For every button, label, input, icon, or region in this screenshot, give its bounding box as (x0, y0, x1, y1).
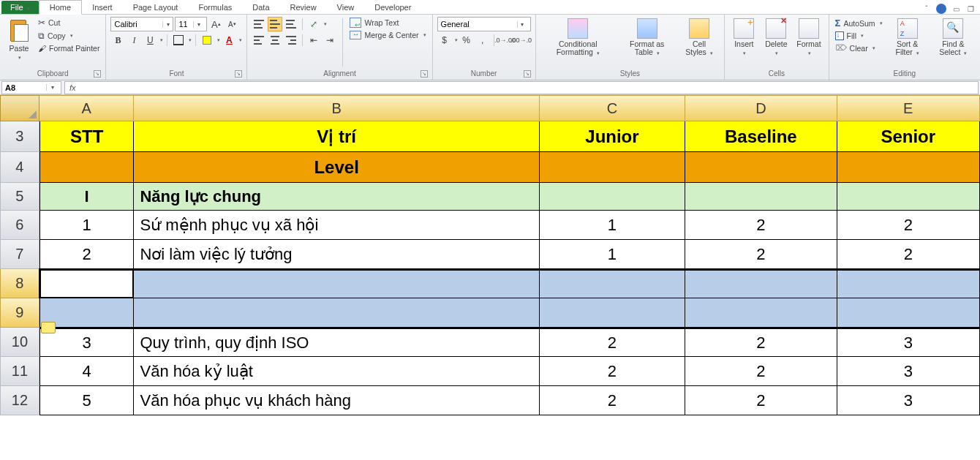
minimize-ribbon-icon[interactable]: ˆ (921, 4, 932, 14)
row-header[interactable]: 10 (0, 328, 39, 357)
tab-insert[interactable]: Insert (82, 1, 123, 14)
conditional-formatting-button[interactable]: Conditional Formatting ▾ (540, 17, 616, 59)
format-cells-button[interactable]: Format▾ (794, 17, 823, 59)
font-color-button[interactable]: A (222, 33, 236, 48)
wrap-text-button[interactable]: Wrap Text (348, 17, 427, 29)
cell-B8[interactable] (134, 269, 539, 298)
cell-E7[interactable]: 2 (837, 240, 980, 269)
row-header[interactable]: 5 (0, 183, 39, 211)
autosum-button[interactable]: AutoSum ▾ (834, 17, 884, 29)
comma-format-button[interactable]: , (475, 33, 490, 48)
column-header-B[interactable]: B (134, 95, 539, 121)
cell-D5[interactable] (685, 183, 837, 211)
align-right-button[interactable] (284, 33, 298, 48)
chevron-down-icon[interactable]: ▾ (46, 84, 58, 91)
sort-filter-button[interactable]: Sort & Filter ▾ (887, 17, 928, 59)
cell-E12[interactable]: 3 (837, 386, 980, 415)
tab-formulas[interactable]: Formulas (188, 1, 242, 14)
italic-button[interactable]: I (127, 33, 141, 48)
row-header[interactable]: 3 (0, 121, 39, 152)
minimize-icon[interactable]: ▭ (951, 4, 961, 14)
delete-cells-button[interactable]: Delete▾ (761, 17, 791, 59)
grow-font-button[interactable]: A▴ (208, 17, 223, 31)
formula-input[interactable] (80, 83, 978, 92)
chevron-down-icon[interactable]: ▾ (189, 37, 192, 43)
font-name-combo[interactable]: ▾ (110, 17, 173, 31)
cell-C6[interactable]: 1 (540, 211, 685, 240)
tab-file[interactable]: File ▾ (1, 1, 39, 14)
cell-C9[interactable] (540, 298, 685, 328)
align-top-button[interactable] (252, 17, 266, 31)
find-select-button[interactable]: Find & Select ▾ (931, 17, 976, 59)
cell-A5[interactable]: I (39, 183, 135, 211)
cell-B12[interactable]: Văn hóa phục vụ khách hàng (134, 386, 539, 415)
chevron-down-icon[interactable]: ▾ (162, 21, 173, 28)
cell-styles-button[interactable]: Cell Styles ▾ (679, 17, 720, 59)
cell-E4[interactable] (837, 152, 980, 183)
cell-A11[interactable]: 4 (39, 357, 135, 386)
font-launcher[interactable]: ↘ (235, 70, 242, 78)
cell-C7[interactable]: 1 (540, 240, 685, 269)
cell-D6[interactable]: 2 (685, 211, 837, 240)
cell-D3[interactable]: Baseline (685, 121, 837, 152)
align-bottom-button[interactable] (284, 17, 298, 31)
cell-B10[interactable]: Quy trình, quy định ISO (134, 328, 539, 357)
cell-C11[interactable]: 2 (540, 357, 685, 386)
select-all-corner[interactable] (0, 95, 39, 121)
shrink-font-button[interactable]: A▾ (225, 17, 239, 31)
column-header-E[interactable]: E (837, 95, 980, 121)
clear-button[interactable]: Clear ▾ (834, 42, 884, 53)
align-middle-button[interactable] (268, 17, 282, 31)
cell-A7[interactable]: 2 (39, 240, 135, 269)
tab-view[interactable]: View (327, 1, 365, 14)
cell-C5[interactable] (540, 183, 685, 211)
row-header[interactable]: 6 (0, 211, 39, 240)
clipboard-launcher[interactable]: ↘ (94, 70, 101, 78)
chevron-down-icon[interactable]: ▾ (517, 21, 527, 28)
paste-options-icon[interactable] (41, 322, 56, 333)
cell-B3[interactable]: Vị trí (134, 121, 539, 152)
number-format-combo[interactable]: ▾ (437, 17, 531, 31)
paste-button[interactable]: Paste▾ (4, 17, 34, 63)
tab-review[interactable]: Review (280, 1, 327, 14)
cell-B7[interactable]: Nơi làm việc lý tưởng (134, 240, 539, 269)
align-left-button[interactable] (252, 33, 266, 48)
font-size-combo[interactable]: ▾ (175, 17, 207, 31)
row-header[interactable]: 8 (0, 269, 39, 298)
cell-E11[interactable]: 3 (837, 357, 980, 386)
help-icon[interactable]: ? (936, 4, 946, 14)
underline-button[interactable]: U (143, 33, 157, 48)
column-header-C[interactable]: C (540, 95, 685, 121)
cell-B9[interactable] (134, 298, 539, 328)
row-header[interactable]: 12 (0, 386, 39, 415)
cell-E3[interactable]: Senior (837, 121, 980, 152)
font-size-input[interactable] (176, 20, 193, 29)
percent-format-button[interactable]: % (459, 33, 474, 48)
borders-button[interactable] (171, 33, 186, 48)
copy-button[interactable]: Copy ▾ (37, 30, 101, 42)
cell-D4[interactable] (685, 152, 837, 183)
cell-B5[interactable]: Năng lực chung (134, 183, 539, 211)
tab-developer[interactable]: Developer (364, 1, 421, 14)
tab-page-layout[interactable]: Page Layout (123, 1, 189, 14)
bold-button[interactable]: B (110, 33, 125, 48)
cell-E9[interactable] (837, 298, 980, 328)
tab-home[interactable]: Home (39, 0, 82, 15)
chevron-down-icon[interactable]: ▾ (455, 37, 458, 43)
row-header[interactable]: 4 (0, 152, 39, 183)
decrease-indent-button[interactable]: ⇤ (306, 33, 321, 48)
increase-indent-button[interactable]: ⇥ (323, 33, 337, 48)
cut-button[interactable]: Cut (37, 17, 101, 29)
number-launcher[interactable]: ↘ (524, 70, 531, 78)
chevron-down-icon[interactable]: ▾ (239, 37, 242, 43)
fx-icon[interactable]: fx (65, 83, 80, 92)
cell-E10[interactable]: 3 (837, 328, 980, 357)
cell-A12[interactable]: 5 (39, 386, 135, 415)
chevron-down-icon[interactable]: ▾ (324, 21, 327, 27)
number-format-input[interactable] (438, 20, 517, 29)
cell-D8[interactable] (685, 269, 837, 298)
format-painter-button[interactable]: Format Painter (37, 43, 101, 53)
cell-C8[interactable] (540, 269, 685, 298)
column-header-D[interactable]: D (685, 95, 837, 121)
cell-A4[interactable] (39, 152, 135, 183)
